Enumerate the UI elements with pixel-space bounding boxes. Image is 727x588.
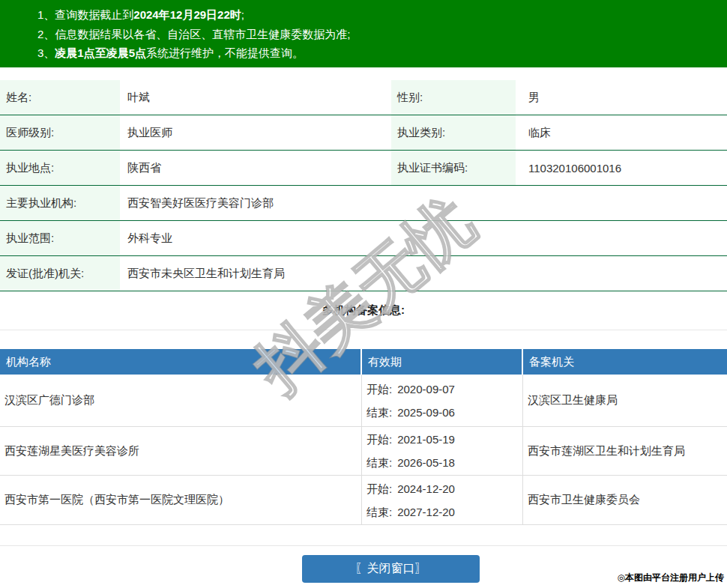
- notice-text: 信息数据结果以各省、自治区、直辖市卫生健康委数据为准;: [55, 28, 350, 40]
- field-label-doctor-level: 医师级别:: [0, 115, 120, 150]
- field-label-issuing-authority: 发证(批准)机关:: [0, 256, 120, 291]
- field-label-gender: 性别:: [391, 80, 516, 115]
- validity-end: 结束:2025-09-06: [366, 401, 522, 424]
- notice-number: 1、: [37, 8, 55, 21]
- end-date: 2026-05-18: [397, 456, 455, 469]
- validity-start: 开始:2024-12-20: [366, 477, 522, 500]
- field-value-practice-scope: 外科专业: [120, 221, 727, 255]
- field-label-name: 姓名:: [0, 80, 120, 115]
- field-value-issuing-authority: 西安市未央区卫生和计划生育局: [120, 256, 727, 291]
- validity-period: 开始:2021-05-19 结束:2026-05-18: [362, 427, 523, 475]
- column-header-validity: 有效期: [362, 349, 523, 375]
- divider: [0, 545, 727, 546]
- field-label-practice-scope: 执业范围:: [0, 221, 120, 255]
- column-header-institution: 机构名称: [0, 349, 362, 375]
- section-title-multi-institution: 多机构备案信息:: [0, 291, 727, 330]
- registration-table-header: 机构名称 有效期 备案机关: [0, 349, 727, 375]
- notice-line-2: 2、信息数据结果以各省、自治区、直辖市卫生健康委数据为准;: [37, 25, 720, 44]
- practitioner-profile-table: 姓名: 叶斌 性别: 男 医师级别: 执业医师 执业类别: 临床 执业地点: 陕…: [0, 80, 727, 291]
- field-value-practice-category: 临床: [516, 115, 727, 150]
- field-value-practice-location: 陕西省: [120, 151, 391, 185]
- table-row: 姓名: 叶斌 性别: 男: [0, 80, 727, 115]
- notice-number: 2、: [37, 28, 55, 40]
- validity-period: 开始:2024-12-20 结束:2027-12-20: [362, 476, 523, 524]
- table-row: 发证(批准)机关: 西安市未央区卫生和计划生育局: [0, 256, 727, 291]
- notice-text: 查询数据截止到: [55, 8, 133, 21]
- field-label-certificate-number: 执业证书编码:: [391, 151, 516, 185]
- table-row: 西安莲湖星美医疗美容诊所 开始:2021-05-19 结束:2026-05-18…: [0, 427, 727, 476]
- field-value-doctor-level: 执业医师: [120, 115, 391, 150]
- end-label: 结束:: [366, 456, 392, 469]
- notice-line-3: 3、凌晨1点至凌晨5点系统进行维护，不能提供查询。: [37, 43, 720, 63]
- registration-authority: 西安市卫生健康委员会: [523, 476, 727, 524]
- end-date: 2027-12-20: [397, 506, 455, 518]
- table-row: 医师级别: 执业医师 执业类别: 临床: [0, 115, 727, 151]
- validity-end: 结束:2027-12-20: [366, 500, 522, 524]
- notice-text: 系统进行维护，不能提供查询。: [146, 46, 304, 59]
- upload-stamp-text: ◎本图由平台注册用户上传: [618, 572, 724, 584]
- table-row: 西安市第一医院（西安市第一医院文理医院） 开始:2024-12-20 结束:20…: [0, 476, 727, 525]
- validity-start: 开始:2020-09-07: [366, 378, 522, 401]
- start-date: 2021-05-19: [397, 433, 455, 446]
- notice-line-1: 1、查询数据截止到2024年12月29日22时;: [37, 5, 720, 25]
- notice-number: 3、: [37, 46, 55, 59]
- notice-band: 1、查询数据截止到2024年12月29日22时; 2、信息数据结果以各省、自治区…: [0, 0, 727, 67]
- start-label: 开始:: [366, 383, 392, 395]
- field-label-practice-location: 执业地点:: [0, 151, 120, 185]
- table-row: 执业范围: 外科专业: [0, 221, 727, 256]
- field-value-main-institution: 西安智美好医医疗美容门诊部: [120, 186, 727, 220]
- end-date: 2025-09-06: [397, 406, 455, 419]
- registration-authority: 西安市莲湖区卫生和计划生育局: [523, 427, 727, 475]
- divider: [0, 330, 727, 330]
- start-date: 2020-09-07: [397, 383, 455, 395]
- close-window-button[interactable]: 〖关闭窗口〗: [302, 555, 480, 583]
- validity-start: 开始:2021-05-19: [366, 428, 522, 451]
- notice-text-bold: 凌晨1点至凌晨5点: [55, 46, 146, 59]
- end-label: 结束:: [366, 406, 392, 419]
- notice-text: ;: [241, 8, 244, 21]
- field-label-practice-category: 执业类别:: [391, 115, 516, 150]
- institution-name: 西安市第一医院（西安市第一医院文理医院）: [0, 476, 362, 524]
- start-label: 开始:: [366, 482, 392, 495]
- end-label: 结束:: [366, 506, 392, 518]
- institution-name: 汉滨区广德门诊部: [0, 375, 362, 426]
- registration-authority: 汉滨区卫生健康局: [523, 375, 727, 426]
- field-value-name: 叶斌: [120, 80, 391, 115]
- field-label-main-institution: 主要执业机构:: [0, 186, 120, 220]
- institution-name: 西安莲湖星美医疗美容诊所: [0, 427, 362, 475]
- notice-text-bold: 2024年12月29日22时: [133, 8, 241, 21]
- validity-end: 结束:2026-05-18: [366, 451, 522, 474]
- registration-table: 机构名称 有效期 备案机关 汉滨区广德门诊部 开始:2020-09-07 结束:…: [0, 349, 727, 525]
- field-value-gender: 男: [516, 80, 727, 115]
- table-row: 执业地点: 陕西省 执业证书编码: 110320106001016: [0, 151, 727, 186]
- start-label: 开始:: [366, 433, 392, 446]
- field-value-certificate-number: 110320106001016: [516, 151, 727, 185]
- start-date: 2024-12-20: [397, 482, 455, 495]
- table-row: 主要执业机构: 西安智美好医医疗美容门诊部: [0, 186, 727, 221]
- validity-period: 开始:2020-09-07 结束:2025-09-06: [362, 375, 523, 426]
- table-row: 汉滨区广德门诊部 开始:2020-09-07 结束:2025-09-06 汉滨区…: [0, 375, 727, 427]
- column-header-authority: 备案机关: [523, 349, 727, 375]
